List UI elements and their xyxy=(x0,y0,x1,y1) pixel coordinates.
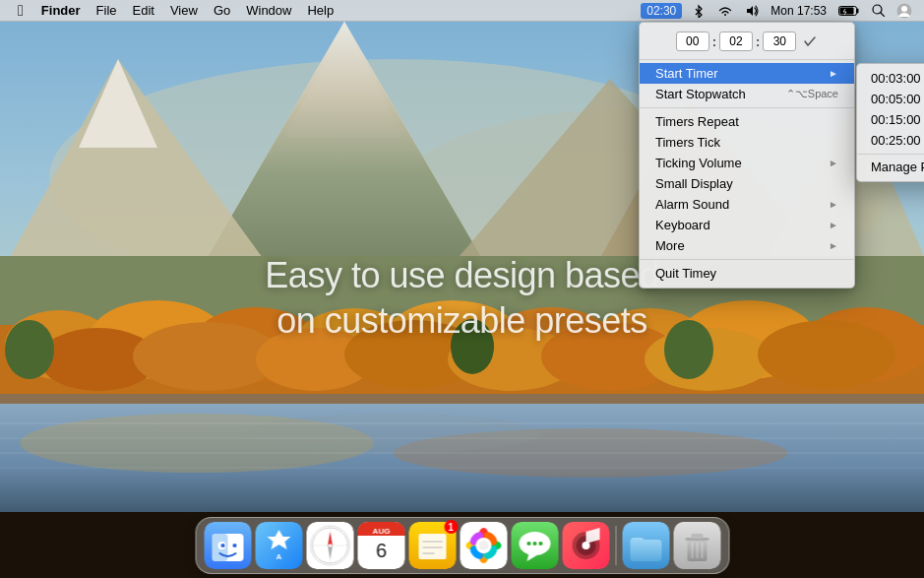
start-timer-item[interactable]: Start Timer ► 00:03:00 00:05:00 00:15:00… xyxy=(640,63,854,84)
svg-rect-57 xyxy=(255,522,302,569)
volume-icon xyxy=(741,5,763,17)
dock-calendar[interactable]: AUG 6 xyxy=(357,522,404,569)
keyboard-item[interactable]: Keyboard ► xyxy=(640,215,854,235)
battery-icon xyxy=(834,5,864,17)
svg-rect-44 xyxy=(857,8,859,13)
timey-dropdown: 00 : 02 : 30 Start Timer ► 00:03:00 00:0… xyxy=(639,22,855,289)
svg-point-29 xyxy=(758,320,895,389)
menubar-file[interactable]: File xyxy=(89,0,125,22)
ticking-volume-item[interactable]: Ticking Volume ► xyxy=(640,153,854,173)
svg-point-93 xyxy=(538,542,542,546)
svg-point-37 xyxy=(246,414,541,453)
svg-point-31 xyxy=(451,319,494,374)
timey-status-button[interactable]: 02:30 xyxy=(641,3,682,19)
search-icon[interactable] xyxy=(868,4,889,17)
small-display-item[interactable]: Small Display xyxy=(640,173,854,194)
preset-15min[interactable]: 00:15:00 xyxy=(857,109,924,130)
notes-badge: 1 xyxy=(444,520,458,534)
dock-safari[interactable] xyxy=(306,522,353,569)
manage-presets[interactable]: Manage Presets xyxy=(857,154,924,177)
menubar-view[interactable]: View xyxy=(162,0,206,22)
time-sep-1: : xyxy=(712,34,716,49)
svg-point-56 xyxy=(232,544,236,547)
timers-repeat-item[interactable]: Timers Repeat xyxy=(640,111,854,132)
wifi-icon xyxy=(713,5,737,17)
menubar-left:  Finder File Edit View Go Window Help xyxy=(8,0,641,22)
timers-tick-label: Timers Tick xyxy=(655,135,720,150)
stopwatch-shortcut: ⌃⌥Space xyxy=(786,88,838,100)
start-stopwatch-label: Start Stopwatch xyxy=(655,87,746,101)
dock-music[interactable] xyxy=(562,522,609,569)
menubar-right: 02:30 xyxy=(641,3,916,19)
svg-point-92 xyxy=(532,542,536,546)
menubar-edit[interactable]: Edit xyxy=(125,0,162,22)
menubar-finder[interactable]: Finder xyxy=(33,0,89,22)
svg-point-49 xyxy=(901,6,907,12)
start-stopwatch-item[interactable]: Start Stopwatch ⌃⌥Space xyxy=(640,84,854,104)
hours-input[interactable]: 00 xyxy=(676,32,709,51)
keyboard-arrow: ► xyxy=(829,220,838,230)
svg-text:A: A xyxy=(276,552,281,561)
menubar-help[interactable]: Help xyxy=(299,0,341,22)
ticking-volume-label: Ticking Volume xyxy=(655,156,742,170)
alarm-sound-arrow: ► xyxy=(829,199,838,210)
desktop: Easy to use design based on customizable… xyxy=(0,0,924,578)
menubar-go[interactable]: Go xyxy=(206,0,238,22)
svg-rect-45 xyxy=(840,7,854,14)
datetime: Mon 17:53 xyxy=(767,4,831,18)
alarm-sound-item[interactable]: Alarm Sound ► xyxy=(640,194,854,215)
more-label: More xyxy=(655,238,685,253)
dock-separator xyxy=(615,526,616,565)
divider-3 xyxy=(640,259,854,260)
dock-appstore[interactable]: A xyxy=(255,522,302,569)
user-icon[interactable] xyxy=(893,3,916,19)
timers-tick-item[interactable]: Timers Tick xyxy=(640,132,854,153)
svg-point-32 xyxy=(664,320,713,379)
svg-point-87 xyxy=(478,541,488,550)
menubar:  Finder File Edit View Go Window Help 0… xyxy=(0,0,924,22)
more-item[interactable]: More ► xyxy=(640,235,854,256)
svg-point-30 xyxy=(5,320,54,379)
dock-messages[interactable] xyxy=(511,522,558,569)
menubar-window[interactable]: Window xyxy=(238,0,299,22)
seconds-input[interactable]: 30 xyxy=(763,32,796,51)
divider-1 xyxy=(640,59,854,60)
svg-text:AUG: AUG xyxy=(372,527,390,536)
minutes-input[interactable]: 02 xyxy=(719,32,753,51)
timer-input-row: 00 : 02 : 30 xyxy=(640,27,854,56)
preset-25min[interactable]: 00:25:00 xyxy=(857,130,924,151)
divider-2 xyxy=(640,107,854,108)
svg-text:6: 6 xyxy=(375,540,386,561)
more-arrow: ► xyxy=(829,240,838,251)
svg-point-55 xyxy=(220,544,224,547)
apple-menu[interactable]:  xyxy=(8,0,33,22)
ticking-volume-arrow: ► xyxy=(829,158,838,168)
preset-5min[interactable]: 00:05:00 xyxy=(857,89,924,109)
dock-trash[interactable] xyxy=(673,522,720,569)
dock-folder[interactable] xyxy=(622,522,669,569)
presets-submenu: 00:03:00 00:05:00 00:15:00 00:25:00 Mana… xyxy=(856,63,924,182)
dock: A AUG 6 xyxy=(195,517,729,574)
quit-timey-label: Quit Timey xyxy=(655,266,716,281)
dock-finder[interactable] xyxy=(204,522,251,569)
svg-line-47 xyxy=(881,13,885,17)
submenu-arrow-timer: ► xyxy=(829,68,838,79)
svg-rect-102 xyxy=(691,534,703,539)
time-sep-2: : xyxy=(756,34,760,49)
bluetooth-icon xyxy=(688,4,709,18)
quit-timey-item[interactable]: Quit Timey xyxy=(640,263,854,284)
svg-rect-73 xyxy=(418,534,446,559)
confirm-button[interactable] xyxy=(802,33,818,49)
dock-notes[interactable]: 1 xyxy=(408,522,456,569)
start-timer-label: Start Timer xyxy=(655,66,718,81)
small-display-label: Small Display xyxy=(655,176,733,191)
preset-3min[interactable]: 00:03:00 xyxy=(857,68,924,89)
svg-point-91 xyxy=(526,542,530,546)
keyboard-label: Keyboard xyxy=(655,218,710,232)
dock-photos[interactable] xyxy=(460,522,507,569)
alarm-sound-label: Alarm Sound xyxy=(655,197,729,212)
timers-repeat-label: Timers Repeat xyxy=(655,114,739,129)
